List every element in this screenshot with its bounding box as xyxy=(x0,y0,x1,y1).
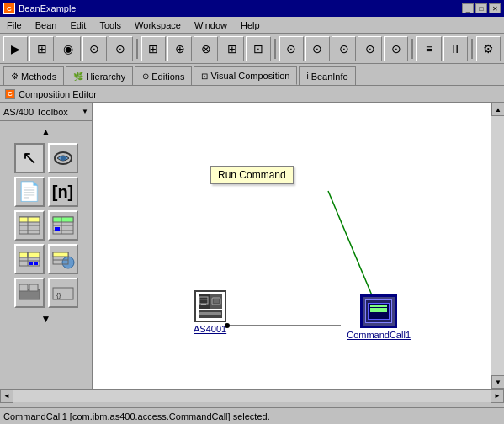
toolbar-btn-12[interactable]: ⊙ xyxy=(305,36,330,61)
tab-visual-composition[interactable]: ⊡ Visual Composition xyxy=(194,66,297,85)
hierarchy-icon: 🌿 xyxy=(73,72,83,81)
sidebar: AS/400 Toolbox ▼ ▲ ↖ 📄 [n] xyxy=(0,103,93,389)
tab-beaninfo-label: BeanInfo xyxy=(311,72,348,82)
sidebar-scroll-up[interactable]: ▲ xyxy=(40,125,53,140)
as4001-bottom xyxy=(199,310,222,319)
methods-icon: ⚙ xyxy=(11,72,19,81)
grid-tool-1[interactable] xyxy=(14,210,45,241)
svg-rect-31 xyxy=(199,297,208,304)
document-tool[interactable]: 📄 xyxy=(14,177,45,207)
commandcall1-screen-outer xyxy=(365,299,392,323)
toolbar-btn-16[interactable]: ≡ xyxy=(416,36,441,61)
sidebar-tools: ▲ ↖ 📄 [n] xyxy=(0,121,92,330)
scroll-track-v xyxy=(491,116,504,375)
commandcall1-component[interactable]: CommandCall1 xyxy=(347,294,411,340)
maximize-button[interactable]: □ xyxy=(475,3,487,13)
toolbar-btn-6[interactable]: ⊞ xyxy=(141,36,166,61)
title-bar: C BeanExample _ □ ✕ xyxy=(0,0,504,17)
commandcall1-screen xyxy=(368,303,390,320)
status-text: CommandCall1 [com.ibm.as400.access.Comma… xyxy=(3,411,270,421)
svg-text:{}: {} xyxy=(56,291,61,299)
status-bar: CommandCall1 [com.ibm.as400.access.Comma… xyxy=(0,407,504,424)
commandcall1-label: CommandCall1 xyxy=(347,330,411,340)
toolbar-btn-11[interactable]: ⊙ xyxy=(279,36,304,61)
toolbar-run-btn[interactable]: ▶ xyxy=(3,36,28,61)
menu-help[interactable]: Help xyxy=(237,19,263,31)
table-tool-3[interactable] xyxy=(14,278,45,308)
toolbar-btn-13[interactable]: ⊙ xyxy=(332,36,356,61)
toolbar-btn-15[interactable]: ⊙ xyxy=(384,36,408,61)
scroll-up-btn[interactable]: ▲ xyxy=(491,103,504,116)
svg-rect-14 xyxy=(19,252,28,257)
svg-rect-22 xyxy=(53,252,68,257)
svg-rect-12 xyxy=(55,227,60,231)
toolbar-btn-2[interactable]: ⊞ xyxy=(29,36,54,61)
scroll-down-btn[interactable]: ▼ xyxy=(491,375,504,389)
title-bar-controls: _ □ ✕ xyxy=(462,3,501,13)
toolbar-btn-10[interactable]: ⊡ xyxy=(246,36,270,61)
tool-row-1: ↖ xyxy=(14,143,78,173)
vertical-scrollbar[interactable]: ▲ ▼ xyxy=(491,103,504,389)
scroll-left-btn[interactable]: ◄ xyxy=(0,390,13,403)
commandcall1-icon xyxy=(360,294,397,328)
menu-bar: File Bean Edit Tools Workspace Window He… xyxy=(0,17,504,34)
svg-rect-25 xyxy=(19,284,28,291)
tab-hierarchy[interactable]: 🌿 Hierarchy xyxy=(66,66,133,85)
minimize-button[interactable]: _ xyxy=(462,3,474,13)
svg-rect-8 xyxy=(53,217,73,222)
horizontal-scrollbar: ◄ ► xyxy=(0,389,504,402)
toolbar-separator-3 xyxy=(411,39,413,59)
as4001-component[interactable]: AS4001 xyxy=(194,290,226,334)
bean-tool-2[interactable]: {} xyxy=(48,278,78,308)
sidebar-header-text: AS/400 Toolbox xyxy=(3,107,68,117)
menu-workspace[interactable]: Workspace xyxy=(131,19,184,31)
menu-window[interactable]: Window xyxy=(191,19,231,31)
svg-line-29 xyxy=(328,191,379,311)
sidebar-dropdown-arrow[interactable]: ▼ xyxy=(82,108,88,115)
toolbar-btn-7[interactable]: ⊕ xyxy=(167,36,192,61)
toolbar-btn-8[interactable]: ⊗ xyxy=(194,36,218,61)
canvas[interactable]: Run Command xyxy=(93,103,491,389)
as4001-cell-2 xyxy=(210,294,222,309)
toolbar-separator-2 xyxy=(274,39,276,59)
svg-rect-3 xyxy=(19,217,40,222)
table-tool-2[interactable] xyxy=(48,244,78,274)
close-button[interactable]: ✕ xyxy=(489,3,501,13)
tool-row-5: {} xyxy=(14,278,78,308)
toolbar-separator-4 xyxy=(471,39,473,59)
comp-editor-icon: C xyxy=(5,89,15,99)
toolbar-separator-1 xyxy=(136,39,138,59)
tool-row-3 xyxy=(14,210,78,241)
tab-beaninfo[interactable]: i BeanInfo xyxy=(299,66,355,85)
menu-file[interactable]: File xyxy=(3,19,25,31)
sidebar-scroll-down[interactable]: ▼ xyxy=(40,311,53,326)
window-title: BeanExample xyxy=(19,3,77,13)
tab-methods[interactable]: ⚙ Methods xyxy=(3,66,64,85)
toolbar-btn-14[interactable]: ⊙ xyxy=(358,36,382,61)
text-tool[interactable]: [n] xyxy=(48,177,78,207)
tab-editions[interactable]: ⊙ Editions xyxy=(135,66,192,85)
beaninfo-icon: i xyxy=(306,72,308,81)
toolbar-btn-3[interactable]: ◉ xyxy=(56,36,80,61)
menu-edit[interactable]: Edit xyxy=(66,19,89,31)
svg-rect-33 xyxy=(201,304,206,305)
grid-tool-2[interactable] xyxy=(48,210,78,241)
cursor-tool[interactable]: ↖ xyxy=(14,143,45,173)
bean-tool[interactable] xyxy=(48,143,78,173)
scroll-track-h xyxy=(13,390,491,402)
menu-tools[interactable]: Tools xyxy=(96,19,125,31)
toolbar-btn-9[interactable]: ⊞ xyxy=(220,36,244,61)
toolbar-btn-5[interactable]: ⊙ xyxy=(109,36,133,61)
menu-bean[interactable]: Bean xyxy=(32,19,61,31)
svg-rect-34 xyxy=(212,298,220,305)
as4001-icon xyxy=(194,290,226,322)
table-tool-1[interactable] xyxy=(14,244,45,274)
toolbar-btn-17[interactable]: II xyxy=(443,36,468,61)
sidebar-header: AS/400 Toolbox ▼ xyxy=(0,103,92,121)
screen-line-1 xyxy=(370,305,387,307)
scroll-right-btn[interactable]: ► xyxy=(491,390,504,403)
toolbar: ▶ ⊞ ◉ ⊙ ⊙ ⊞ ⊕ ⊗ ⊞ ⊡ ⊙ ⊙ ⊙ ⊙ ⊙ ≡ II ⚙ xyxy=(0,34,504,64)
toolbar-btn-4[interactable]: ⊙ xyxy=(82,36,107,61)
toolbar-settings-btn[interactable]: ⚙ xyxy=(476,36,501,61)
run-command-tooltip: Run Command xyxy=(210,166,294,184)
